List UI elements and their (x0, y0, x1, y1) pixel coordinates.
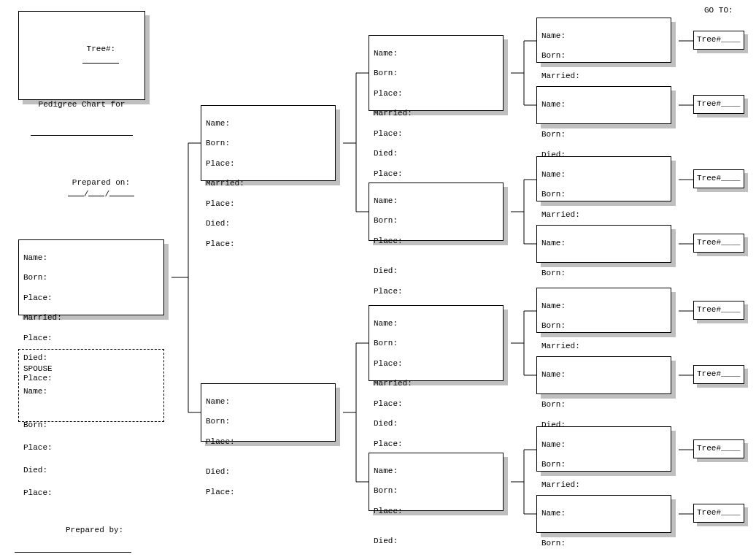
field-label-born: Born: (541, 190, 666, 200)
date-mm[interactable] (68, 188, 84, 196)
field-label-name: Name: (541, 100, 666, 110)
field-label-place: Place: (374, 237, 498, 247)
field-label-place: Place: (206, 437, 331, 447)
tree-ref-label: Tree#____ (697, 35, 740, 44)
field-label-place: Place: (23, 442, 159, 453)
field-label-place: Place: (374, 287, 498, 297)
field-label-born: Born: (541, 400, 666, 410)
field-label-married: Married: (541, 480, 666, 491)
pedigree-name-blank[interactable] (31, 134, 133, 136)
field-label-died: Died: (23, 465, 159, 476)
field-label-died: Died: (23, 353, 159, 364)
field-label-place: Place: (23, 374, 159, 384)
field-label-married: Married: (541, 210, 666, 220)
field-label-born: Born: (374, 216, 498, 226)
field-label-name: Name: (541, 370, 666, 380)
field-label-born: Born: (541, 460, 666, 470)
field-label-name: Name: (23, 386, 159, 397)
field-label-name: Name: (23, 253, 159, 264)
tree-ref-label: Tree#____ (697, 99, 740, 108)
field-label-born: Born: (541, 539, 666, 549)
field-label-married: Married: (206, 179, 331, 189)
field-label-place: Place: (206, 239, 331, 250)
field-label-born: Born: (23, 420, 159, 431)
field-label-born: Born: (541, 130, 666, 140)
tree-ref-label: Tree#____ (697, 238, 740, 247)
field-label-place: Place: (374, 507, 498, 517)
field-label-married: Married: (541, 72, 666, 82)
field-label-place: Place: (374, 399, 498, 410)
field-label-born: Born: (206, 417, 331, 427)
field-label-name: Name: (541, 170, 666, 180)
field-label-name: Name: (206, 119, 331, 129)
field-label-married: Married: (374, 379, 498, 389)
prepared-by-blank[interactable] (15, 551, 131, 553)
field-label-born: Born: (374, 486, 498, 496)
field-label-born: Born: (541, 321, 666, 331)
tree-num-label: Tree#: (87, 45, 116, 53)
field-label-name: Name: (206, 397, 331, 407)
field-label-place: Place: (374, 89, 498, 99)
field-label-place: Place: (206, 159, 331, 169)
field-label-name: Name: (374, 319, 498, 329)
field-label-place: Place: (206, 488, 331, 498)
field-label-name: Name: (374, 466, 498, 477)
tree-number-line: Tree#: (23, 35, 140, 77)
field-label-name: Name: (541, 31, 666, 42)
field-label-name: Name: (541, 301, 666, 312)
field-label-married: Married: (23, 313, 159, 323)
field-label-died: Died: (374, 419, 498, 429)
field-label-name: Name: (374, 49, 498, 59)
field-label-married: Married: (374, 109, 498, 119)
field-label-name: Name: (541, 239, 666, 249)
field-label-born: Born: (374, 69, 498, 79)
field-label-place: Place: (23, 334, 159, 344)
field-label-place: Place: (374, 129, 498, 139)
field-label-died: Died: (374, 266, 498, 277)
tree-ref-label: Tree#____ (697, 369, 740, 378)
field-label-place: Place: (374, 169, 498, 180)
field-label-born: Born: (206, 139, 331, 149)
field-label-place: Place: (23, 293, 159, 304)
tree-ref-label: Tree#____ (697, 174, 740, 183)
field-label-born: Born: (374, 339, 498, 349)
field-label-died: Died: (374, 537, 498, 547)
field-label-name: Name: (374, 196, 498, 207)
pedigree-title: Pedigree Chart for (23, 100, 140, 110)
prepared-on-line: Prepared on: // (23, 168, 140, 210)
field-label-died: Died: (374, 149, 498, 159)
field-label-place: Place: (206, 199, 331, 210)
field-label-born: Born: (23, 273, 159, 283)
tree-ref-label: Tree#____ (697, 305, 740, 314)
date-dd[interactable] (88, 188, 104, 196)
field-label-place: Place: (374, 439, 498, 450)
field-label-died: Died: (206, 219, 331, 229)
field-label-died: Died: (206, 467, 331, 477)
prepared-on-label: Prepared on: (72, 178, 130, 187)
field-label-name: Name: (541, 440, 666, 450)
goto-label: GO TO: (704, 6, 733, 15)
tree-ref-label: Tree#____ (697, 508, 740, 517)
prepared-by-label: Prepared by: (66, 526, 123, 534)
tree-ref-label: Tree#____ (697, 444, 740, 453)
field-label-born: Born: (541, 269, 666, 279)
field-label-place: Place: (374, 359, 498, 369)
tree-num-blank[interactable] (82, 55, 119, 64)
field-label-place: Place: (23, 488, 159, 499)
field-label-name: Name: (541, 509, 666, 519)
field-label-born: Born: (541, 51, 666, 61)
field-label-married: Married: (541, 342, 666, 352)
date-yyyy[interactable] (109, 188, 134, 196)
